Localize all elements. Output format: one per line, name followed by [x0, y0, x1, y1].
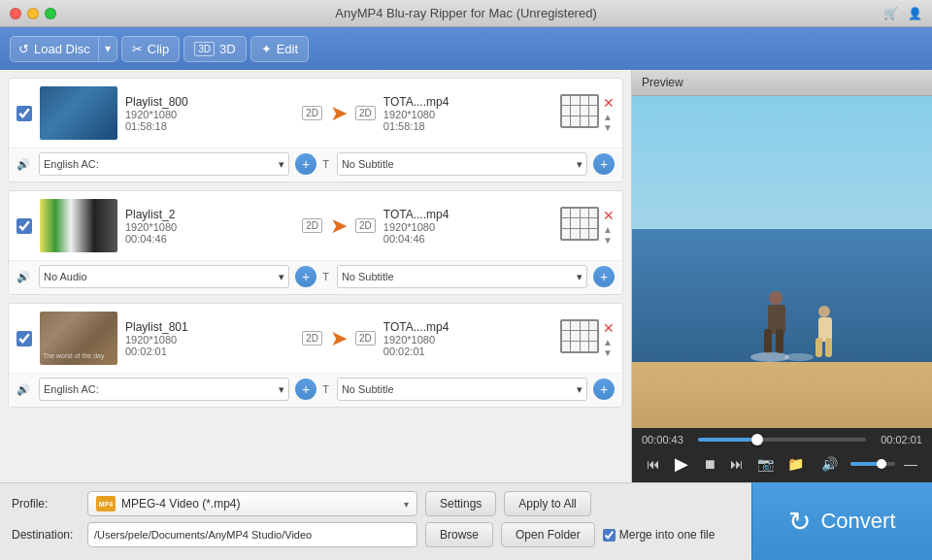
profile-row: Profile: MP4 MPEG-4 Video (*.mp4) ▾ Sett… [12, 491, 740, 516]
load-disc-group: ↺ Load Disc ▾ [10, 36, 117, 62]
subtitle-select-2[interactable]: No Subtitle ▾ [337, 265, 587, 288]
profile-format-icon: MP4 [96, 496, 116, 511]
item-checkbox-3[interactable] [17, 331, 32, 346]
item-duration-1: 01:58:18 [125, 120, 294, 132]
progress-bar-container: 00:00:43 00:02:01 [642, 434, 922, 445]
window-controls[interactable] [10, 8, 56, 19]
item-thumbnail-1 [40, 86, 117, 140]
merge-checkbox[interactable] [603, 529, 616, 542]
item-info-2: Playlist_2 1920*1080 00:04:46 [125, 208, 294, 245]
settings-icon-2[interactable] [560, 207, 599, 241]
output-duration-2: 00:04:46 [383, 233, 552, 245]
chevrons-2[interactable]: ▲ ▼ [603, 224, 615, 246]
cart-icon[interactable]: 🛒 [883, 7, 898, 20]
profile-select[interactable]: MP4 MPEG-4 Video (*.mp4) ▾ [87, 491, 417, 516]
profile-label: Profile: [12, 497, 80, 511]
edit-icon: ✦ [261, 42, 272, 56]
volume-bar[interactable] [850, 462, 895, 466]
item-title-1: Playlist_800 [125, 95, 294, 109]
convert-btn-inner: ↻ Convert [788, 506, 895, 538]
apply-to-all-button[interactable]: Apply to All [504, 491, 590, 516]
load-disc-label: Load Disc [34, 42, 90, 56]
user-icon[interactable]: 👤 [908, 7, 922, 20]
item-checkbox-2[interactable] [17, 218, 32, 234]
add-audio-btn-3[interactable]: + [295, 379, 316, 400]
item-output-2: TOTA....mp4 1920*1080 00:04:46 [383, 208, 552, 245]
output-format-badge-2: 2D [355, 218, 376, 233]
output-res-1: 1920*1080 [383, 109, 552, 120]
audio-icon-3: 🔊 [17, 383, 30, 396]
volume-max-icon[interactable]: — [899, 454, 922, 474]
item-res-2: 1920*1080 [125, 221, 294, 233]
subtitle-select-1[interactable]: No Subtitle ▾ [337, 152, 587, 176]
maximize-button[interactable] [45, 8, 56, 19]
toolbar: ↺ Load Disc ▾ ✂ Clip 3D 3D ✦ Edit [0, 27, 932, 70]
chevrons-1[interactable]: ▲ ▼ [603, 112, 615, 133]
merge-container: Merge into one file [603, 528, 716, 542]
load-disc-dropdown[interactable]: ▾ [98, 36, 117, 62]
close-button[interactable] [10, 8, 21, 19]
playlist-item-top: Playlist_800 1920*1080 01:58:18 2D ➤ 2D … [9, 79, 622, 148]
settings-icon-1[interactable] [560, 94, 599, 128]
load-disc-button[interactable]: ↺ Load Disc [10, 36, 98, 62]
open-folder-button[interactable]: Open Folder [501, 522, 595, 547]
playlist-item: Playlist_800 1920*1080 01:58:18 2D ➤ 2D … [8, 78, 623, 182]
close-item-1[interactable]: ✕ [603, 96, 615, 110]
convert-icon: ↻ [788, 506, 811, 538]
settings-button[interactable]: Settings [425, 491, 496, 516]
3d-icon: 3D [194, 42, 215, 56]
chevrons-3[interactable]: ▲ ▼ [603, 337, 615, 358]
convert-section[interactable]: ↻ Convert [751, 482, 932, 560]
3d-button[interactable]: 3D 3D [183, 36, 246, 62]
progress-bar[interactable] [698, 438, 866, 442]
format-badge-2: 2D [302, 218, 322, 233]
edit-button[interactable]: ✦ Edit [250, 36, 309, 62]
bottom-left: Profile: MP4 MPEG-4 Video (*.mp4) ▾ Sett… [0, 483, 751, 560]
titlebar: AnyMP4 Blu-ray Ripper for Mac (Unregiste… [0, 0, 932, 27]
minimize-button[interactable] [27, 8, 39, 19]
progress-fill [698, 438, 757, 442]
close-item-2[interactable]: ✕ [603, 209, 615, 222]
subtitle-icon-1: T [322, 158, 329, 170]
subtitle-select-3[interactable]: No Subtitle ▾ [337, 378, 587, 401]
add-subtitle-btn-2[interactable]: + [593, 266, 615, 287]
format-badge-1: 2D [302, 106, 322, 120]
audio-select-1[interactable]: English AC: ▾ [39, 152, 289, 176]
destination-input[interactable] [87, 522, 417, 547]
edit-label: Edit [277, 42, 298, 56]
skip-forward-button[interactable]: ⏭ [725, 454, 749, 474]
browse-button[interactable]: Browse [425, 522, 493, 547]
add-subtitle-btn-3[interactable]: + [593, 379, 615, 400]
audio-select-2[interactable]: No Audio ▾ [39, 265, 289, 288]
playlist-item-3: The world of the day Playlist_801 1920*1… [8, 303, 623, 408]
play-button[interactable]: ▶ [669, 451, 694, 477]
add-audio-btn-2[interactable]: + [295, 266, 316, 287]
audio-select-3[interactable]: English AC: ▾ [39, 378, 289, 401]
output-res-3: 1920*1080 [383, 334, 552, 346]
item-actions-2: ✕ ▲ ▼ [560, 207, 615, 246]
arrow-icon-1: ➤ [330, 101, 348, 126]
output-format-badge-3: 2D [355, 331, 376, 346]
output-duration-3: 00:02:01 [383, 346, 552, 357]
add-subtitle-btn-1[interactable]: + [593, 153, 615, 175]
playlist-item-top-2: Playlist_2 1920*1080 00:04:46 2D ➤ 2D TO… [9, 191, 622, 260]
arrow-icon-2: ➤ [330, 214, 348, 239]
volume-icon[interactable]: 🔊 [816, 454, 843, 474]
media-controls: ⏮ ▶ ⏹ ⏭ 📷 📁 🔊 — [642, 451, 922, 477]
clip-button[interactable]: ✂ Clip [121, 36, 180, 62]
close-item-3[interactable]: ✕ [603, 321, 615, 335]
item-info-3: Playlist_801 1920*1080 00:02:01 [125, 320, 294, 357]
time-total: 00:02:01 [874, 434, 922, 445]
output-title-1: TOTA....mp4 [383, 95, 552, 109]
thumb3-text: The world of the day [43, 352, 115, 360]
merge-label: Merge into one file [619, 528, 716, 542]
item-checkbox-1[interactable] [17, 106, 32, 121]
playlist-item-top-3: The world of the day Playlist_801 1920*1… [9, 304, 622, 373]
skip-back-button[interactable]: ⏮ [642, 454, 665, 474]
add-audio-btn-1[interactable]: + [295, 153, 316, 175]
svg-point-4 [818, 306, 830, 317]
folder-button[interactable]: 📁 [782, 454, 809, 474]
settings-icon-3[interactable] [560, 319, 599, 353]
stop-button[interactable]: ⏹ [698, 454, 721, 474]
screenshot-button[interactable]: 📷 [752, 454, 779, 474]
